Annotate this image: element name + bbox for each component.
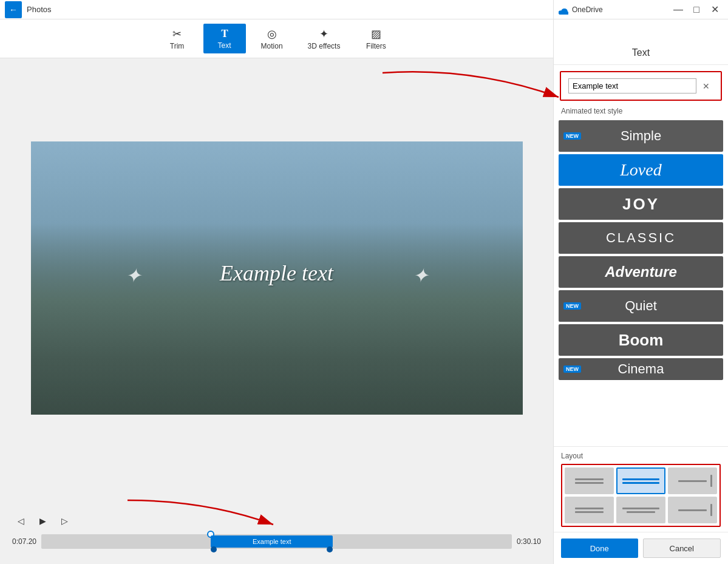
layout-option-top-left[interactable] xyxy=(565,467,614,494)
style-quiet[interactable]: NEW Quiet xyxy=(559,290,723,322)
onedrive-bar: OneDrive — □ ✕ xyxy=(553,0,728,19)
trim-button[interactable]: ✂ Trim xyxy=(156,24,199,54)
timeline-area: ◁ ▶ ▷ 0:07.20 Example text 0:30.10 xyxy=(0,497,553,564)
layout-option-top-right[interactable] xyxy=(668,467,717,494)
layout-line-3 xyxy=(622,478,660,480)
effects-label: 3D effects xyxy=(308,42,341,50)
current-time: 0:07.20 xyxy=(12,537,36,546)
style-cinema-label: Cinema xyxy=(618,361,664,377)
right-panel: Text ✕ Animated text style NEW Simple Lo… xyxy=(553,19,728,564)
cancel-button[interactable]: Cancel xyxy=(643,539,721,558)
filters-button[interactable]: ▨ Filters xyxy=(355,24,397,54)
video-preview: ✦ Example text ✦ xyxy=(31,141,523,415)
layout-line-4 xyxy=(622,482,660,484)
text-button[interactable]: 𝐓 Text xyxy=(203,24,246,53)
text-input-row: ✕ xyxy=(560,71,722,101)
style-simple[interactable]: NEW Simple xyxy=(559,120,723,152)
timeline-wrapper: 0:07.20 Example text 0:30.10 xyxy=(12,534,541,549)
style-classic-label: CLASSIC xyxy=(606,230,676,246)
style-adventure-label: Adventure xyxy=(605,263,677,280)
motion-button[interactable]: ◎ Motion xyxy=(251,24,293,54)
action-buttons: Done Cancel xyxy=(554,532,728,564)
effects-icon: ✦ xyxy=(319,27,328,41)
clip-handle-left[interactable] xyxy=(211,546,217,552)
panel-title: Text xyxy=(554,39,728,65)
onedrive-icon xyxy=(559,5,568,15)
onedrive-title-area: OneDrive xyxy=(559,5,603,15)
trim-label: Trim xyxy=(170,42,185,50)
trim-icon: ✂ xyxy=(172,27,182,41)
video-area: ✦ Example text ✦ xyxy=(0,58,553,497)
back-button[interactable]: ← xyxy=(5,1,22,18)
prev-frame-button[interactable]: ◁ xyxy=(12,512,29,529)
text-label: Text xyxy=(218,41,231,50)
style-boom[interactable]: Boom xyxy=(559,324,723,356)
close-button[interactable]: ✕ xyxy=(706,1,723,18)
new-badge-quiet: NEW xyxy=(563,302,581,310)
style-classic[interactable]: CLASSIC xyxy=(559,222,723,254)
style-joy[interactable]: JOY xyxy=(559,188,723,220)
end-time: 0:30.10 xyxy=(517,537,541,546)
layout-label: Layout xyxy=(561,452,721,460)
panel-header-space xyxy=(554,19,728,39)
layout-line-6 xyxy=(575,508,603,509)
layout-right-bar-2 xyxy=(710,504,712,516)
layout-option-bottom-center[interactable] xyxy=(616,497,665,523)
style-simple-label: Simple xyxy=(621,128,661,144)
next-frame-button[interactable]: ▷ xyxy=(56,512,73,529)
layout-option-bottom-left[interactable] xyxy=(565,497,614,523)
right-decorator: ✦ xyxy=(412,264,429,287)
style-joy-label: JOY xyxy=(622,195,659,214)
layout-line-2 xyxy=(575,482,603,484)
play-button[interactable]: ▶ xyxy=(34,512,51,529)
window-controls[interactable]: — □ ✕ xyxy=(670,1,723,18)
text-input[interactable] xyxy=(568,78,696,93)
timeline-clip[interactable]: Example text xyxy=(211,535,333,548)
layout-right-bar xyxy=(710,475,712,487)
animated-style-label: Animated text style xyxy=(554,103,728,118)
toolbar: ✂ Trim 𝐓 Text ◎ Motion ✦ 3D effects ▨ Fi… xyxy=(0,19,553,58)
layout-option-center[interactable] xyxy=(616,467,665,494)
new-badge-simple: NEW xyxy=(563,132,581,140)
left-decorator: ✦ xyxy=(125,264,141,287)
layout-line-9 xyxy=(627,511,655,513)
layout-line-1 xyxy=(575,478,603,480)
video-text-overlay: Example text xyxy=(220,260,333,286)
minimize-button[interactable]: — xyxy=(670,1,687,18)
style-list: NEW Simple Loved JOY CLASSIC Adventure N… xyxy=(554,118,728,446)
style-boom-label: Boom xyxy=(619,331,664,350)
main-layout: ✂ Trim 𝐓 Text ◎ Motion ✦ 3D effects ▨ Fi… xyxy=(0,19,728,564)
layout-line-10 xyxy=(678,509,706,511)
layout-grid xyxy=(561,464,721,527)
onedrive-label: OneDrive xyxy=(572,5,603,14)
app-title: Photos xyxy=(27,5,51,14)
layout-option-bottom-right[interactable] xyxy=(668,497,717,523)
effects-button[interactable]: ✦ 3D effects xyxy=(298,24,350,54)
filters-label: Filters xyxy=(366,42,386,50)
timeline-controls: ◁ ▶ ▷ xyxy=(12,512,541,529)
style-loved-label: Loved xyxy=(620,160,661,180)
timeline-track[interactable]: Example text xyxy=(41,534,512,549)
maximize-button[interactable]: □ xyxy=(688,1,705,18)
done-button[interactable]: Done xyxy=(561,539,638,558)
layout-line-5 xyxy=(678,480,706,482)
clip-handle-right[interactable] xyxy=(327,546,333,552)
style-cinema[interactable]: NEW Cinema xyxy=(559,358,723,380)
seals-overlay xyxy=(31,223,523,415)
layout-section: Layout xyxy=(554,446,728,532)
style-adventure[interactable]: Adventure xyxy=(559,256,723,288)
motion-label: Motion xyxy=(261,42,283,50)
layout-line-7 xyxy=(575,511,603,513)
video-decorators: ✦ Example text ✦ xyxy=(125,264,429,287)
new-badge-cinema: NEW xyxy=(563,365,581,373)
clear-text-button[interactable]: ✕ xyxy=(699,79,713,93)
motion-icon: ◎ xyxy=(267,27,277,41)
style-quiet-label: Quiet xyxy=(625,298,657,314)
text-icon: 𝐓 xyxy=(221,27,228,40)
layout-line-8 xyxy=(622,508,660,509)
filters-icon: ▨ xyxy=(371,27,381,41)
content-area: ✂ Trim 𝐓 Text ◎ Motion ✦ 3D effects ▨ Fi… xyxy=(0,19,553,564)
style-loved[interactable]: Loved xyxy=(559,154,723,186)
back-icon: ← xyxy=(9,5,18,15)
